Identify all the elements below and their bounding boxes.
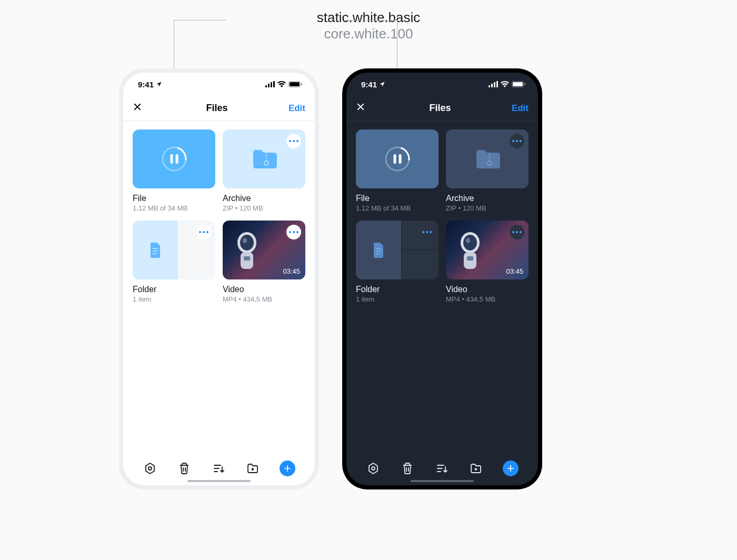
new-folder-button[interactable] [469,461,483,476]
svg-rect-1 [268,84,270,87]
folder-plus-icon [470,462,482,475]
battery-icon [288,81,302,87]
tile-subtitle: 1 item [133,295,215,303]
status-time: 9:41 [138,80,154,89]
sort-button[interactable] [434,461,449,476]
svg-point-34 [466,238,470,243]
settings-button[interactable] [366,461,381,476]
more-button[interactable] [420,225,434,239]
token-value: core.white.100 [0,26,737,42]
location-icon [379,81,385,87]
annotation-connector [344,20,397,21]
delete-button[interactable] [177,461,192,476]
plus-icon [283,464,292,473]
close-button[interactable] [133,102,145,114]
more-button[interactable] [510,225,524,239]
more-button[interactable] [510,134,524,148]
status-bar: 9:41 [346,73,538,96]
video-thumbnail-art [455,230,487,272]
file-grid: File 1.12 MB of 34 MB Archive ZIP • 120 … [123,121,315,452]
svg-point-33 [463,235,477,251]
page-title: Files [206,103,227,114]
svg-rect-0 [265,85,267,87]
file-tile-uploading[interactable]: File 1.12 MB of 34 MB [356,129,439,212]
tile-title: Video [223,285,305,294]
svg-rect-21 [494,82,495,87]
svg-rect-3 [273,81,275,87]
tile-subtitle: MP4 • 434,5 MB [446,295,529,303]
close-icon [133,102,142,112]
svg-rect-29 [376,248,381,249]
file-grid: File 1.12 MB of 34 MB Archive ZIP • 120 … [346,121,538,452]
svg-point-37 [372,467,375,470]
nav-bar: Files Edit [346,96,538,121]
status-bar: 9:41 [123,73,315,96]
svg-rect-10 [153,248,158,249]
svg-point-18 [148,467,152,470]
more-button[interactable] [196,225,211,239]
wifi-icon [277,81,286,87]
sort-icon [212,462,225,475]
file-tile-folder[interactable]: Folder 1 item [133,221,215,303]
status-time: 9:41 [361,80,377,89]
settings-hexagon-icon [367,462,380,475]
pause-icon[interactable] [170,154,178,164]
more-button[interactable] [286,134,301,148]
svg-rect-11 [153,251,158,252]
tile-subtitle: 1.12 MB of 34 MB [356,204,439,212]
tile-title: File [133,194,215,203]
tile-title: Folder [356,285,439,294]
svg-rect-31 [376,253,380,254]
tile-title: Archive [223,194,305,203]
design-token-annotation: static.white.basic core.white.100 [0,9,737,42]
tile-subtitle: MP4 • 434,5 MB [223,295,305,303]
svg-rect-22 [496,81,498,87]
svg-rect-12 [153,253,156,254]
nav-bar: Files Edit [123,96,315,121]
tile-subtitle: 1 item [356,295,439,303]
token-name: static.white.basic [0,9,737,26]
file-tile-folder[interactable]: Folder 1 item [356,221,439,303]
sort-button[interactable] [211,461,226,476]
tile-title: Archive [446,194,529,203]
document-icon [148,242,162,258]
file-tile-archive[interactable]: Archive ZIP • 120 MB [223,129,305,212]
zip-folder-icon [251,148,277,169]
file-tile-archive[interactable]: Archive ZIP • 120 MB [446,129,529,212]
svg-rect-6 [301,83,302,85]
location-icon [156,81,162,87]
home-indicator[interactable] [187,480,251,482]
add-button[interactable] [280,461,295,476]
home-indicator[interactable] [411,480,474,482]
new-folder-button[interactable] [245,461,260,476]
svg-rect-19 [489,85,490,87]
plus-icon [506,464,515,473]
trash-icon [401,462,414,475]
svg-rect-25 [524,83,525,85]
tile-subtitle: ZIP • 120 MB [223,204,305,212]
wifi-icon [501,81,509,87]
cellular-icon [489,81,498,87]
svg-rect-2 [271,82,272,87]
phone-mockup-light: 9:41 Files Edit [119,68,319,489]
video-thumbnail-art [232,230,264,272]
svg-rect-30 [376,251,381,252]
edit-button[interactable]: Edit [288,103,305,114]
svg-rect-20 [491,84,493,87]
file-tile-video[interactable]: 03:45 Video MP4 • 434,5 MB [446,221,529,303]
tile-subtitle: ZIP • 120 MB [446,204,529,212]
page-title: Files [429,103,451,114]
trash-icon [178,462,191,475]
settings-button[interactable] [143,461,157,476]
svg-rect-24 [513,82,523,86]
close-button[interactable] [356,102,368,114]
file-tile-video[interactable]: 03:45 Video MP4 • 434,5 MB [223,221,305,303]
more-button[interactable] [286,225,301,239]
edit-button[interactable]: Edit [512,103,529,114]
delete-button[interactable] [400,461,415,476]
file-tile-uploading[interactable]: File 1.12 MB of 34 MB [133,129,215,212]
svg-point-14 [240,235,254,251]
svg-rect-36 [467,256,473,261]
pause-icon[interactable] [393,154,401,164]
add-button[interactable] [503,461,519,476]
